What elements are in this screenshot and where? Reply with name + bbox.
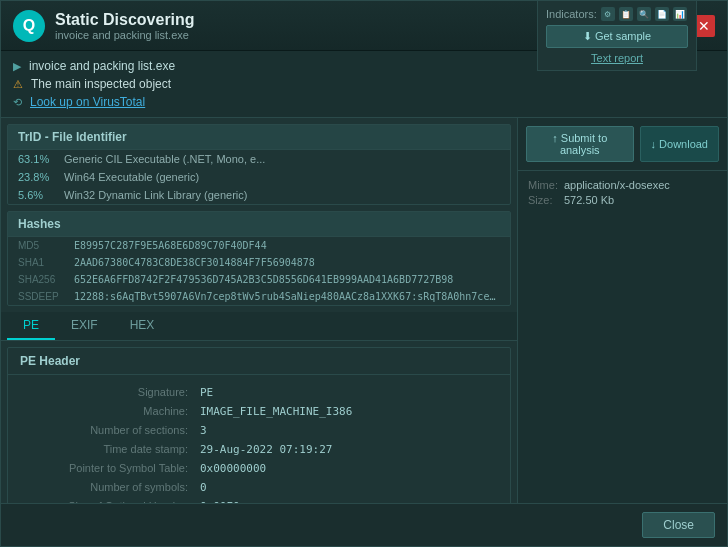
row1-prefix: ▶	[13, 60, 21, 73]
hash-label-sha1: SHA1	[18, 257, 68, 268]
trid-pct-1: 23.8%	[18, 171, 58, 183]
trid-desc-1: Win64 Executable (generic)	[64, 171, 199, 183]
title-bar: Q Static Discovering invoice and packing…	[1, 1, 727, 51]
indicator-icon-1: ⚙	[601, 7, 615, 21]
trid-pct-0: 63.1%	[18, 153, 58, 165]
virustotal-icon: ⟲	[13, 96, 22, 109]
trid-pct-2: 5.6%	[18, 189, 58, 201]
virustotal-link[interactable]: Look up on VirusTotal	[30, 95, 145, 109]
indicator-icon-4: 📄	[655, 7, 669, 21]
meta-mime-row: Mime: application/x-dosexec	[528, 179, 717, 191]
pe-field-num-symbols: Number of symbols: 0	[8, 478, 510, 497]
tab-pe[interactable]: PE	[7, 312, 55, 340]
hash-value-sha1: 2AAD67380C4783C8DE38CF3014884F7F56904878	[74, 257, 315, 268]
right-panel: ↑ Submit to analysis ↓ Download Mime: ap…	[517, 118, 727, 503]
pe-label-ptr-symbol: Pointer to Symbol Table:	[20, 462, 200, 475]
pe-header-title: PE Header	[8, 348, 510, 375]
filename-label: invoice and packing list.exe	[29, 59, 175, 73]
trid-row-1: 23.8% Win64 Executable (generic)	[8, 168, 510, 186]
indicator-icon-3: 🔍	[637, 7, 651, 21]
mime-label: Mime:	[528, 179, 558, 191]
action-buttons: ↑ Submit to analysis ↓ Download	[518, 118, 727, 171]
pe-field-ptr-symbol: Pointer to Symbol Table: 0x00000000	[8, 459, 510, 478]
indicators-label: Indicators:	[546, 8, 597, 20]
hash-row-sha1: SHA1 2AAD67380C4783C8DE38CF3014884F7F569…	[8, 254, 510, 271]
warning-icon: ⚠	[13, 78, 23, 91]
pe-header-box: PE Header Signature: PE Machine: IMAGE_F…	[7, 347, 511, 503]
pe-label-sections: Number of sections:	[20, 424, 200, 437]
get-sample-button[interactable]: ⬇ Get sample	[546, 25, 688, 48]
file-info-row-2: ⚠ The main inspected object	[13, 75, 715, 93]
indicators-row: Indicators: ⚙ 📋 🔍 📄 📊	[546, 7, 688, 21]
trid-section: TrID - File Identifier 63.1% Generic CIL…	[7, 124, 511, 205]
indicator-icon-5: 📊	[673, 7, 687, 21]
pe-value-num-symbols: 0	[200, 481, 207, 494]
trid-header: TrID - File Identifier	[8, 125, 510, 150]
text-report-link[interactable]: Text report	[546, 52, 688, 64]
hash-row-md5: MD5 E89957C287F9E5A68E6D89C70F40DF44	[8, 237, 510, 254]
pe-field-sections: Number of sections: 3	[8, 421, 510, 440]
trid-row-2: 5.6% Win32 Dynamic Link Library (generic…	[8, 186, 510, 204]
trid-desc-2: Win32 Dynamic Link Library (generic)	[64, 189, 247, 201]
pe-label-num-symbols: Number of symbols:	[20, 481, 200, 494]
hash-label-sha256: SHA256	[18, 274, 68, 285]
pe-field-timestamp: Time date stamp: 29-Aug-2022 07:19:27	[8, 440, 510, 459]
tabs-bar: PE EXIF HEX	[1, 312, 517, 341]
pe-content[interactable]: PE Header Signature: PE Machine: IMAGE_F…	[1, 341, 517, 503]
top-right-panel: Indicators: ⚙ 📋 🔍 📄 📊 ⬇ Get sample Text …	[537, 1, 697, 71]
bottom-bar: Close	[1, 503, 727, 546]
hash-row-sha256: SHA256 652E6A6FFD8742F2F479536D745A2B3C5…	[8, 271, 510, 288]
hash-label-ssdeep: SSDEEP	[18, 291, 68, 302]
pe-value-ptr-symbol: 0x00000000	[200, 462, 266, 475]
pe-field-signature: Signature: PE	[8, 383, 510, 402]
hashes-header: Hashes	[8, 212, 510, 237]
meta-size-row: Size: 572.50 Kb	[528, 194, 717, 206]
trid-desc-0: Generic CIL Executable (.NET, Mono, e...	[64, 153, 265, 165]
tab-hex[interactable]: HEX	[114, 312, 171, 340]
close-bottom-button[interactable]: Close	[642, 512, 715, 538]
hash-value-md5: E89957C287F9E5A68E6D89C70F40DF44	[74, 240, 267, 251]
left-panel: TrID - File Identifier 63.1% Generic CIL…	[1, 118, 517, 503]
hashes-section: Hashes MD5 E89957C287F9E5A68E6D89C70F40D…	[7, 211, 511, 306]
indicator-icon-2: 📋	[619, 7, 633, 21]
hash-value-sha256: 652E6A6FFD8742F2F479536D745A2B3C5D8556D6…	[74, 274, 453, 285]
hash-row-ssdeep: SSDEEP 12288:s6AqTBvt5907A6Vn7cep8tWv5ru…	[8, 288, 510, 305]
file-meta: Mime: application/x-dosexec Size: 572.50…	[518, 171, 727, 217]
pe-value-machine: IMAGE_FILE_MACHINE_I386	[200, 405, 352, 418]
size-value: 572.50 Kb	[564, 194, 614, 206]
mime-value: application/x-dosexec	[564, 179, 670, 191]
download-button[interactable]: ↓ Download	[640, 126, 719, 162]
content-area: TrID - File Identifier 63.1% Generic CIL…	[1, 118, 727, 503]
pe-fields: Signature: PE Machine: IMAGE_FILE_MACHIN…	[8, 375, 510, 503]
main-object-label: The main inspected object	[31, 77, 171, 91]
pe-label-machine: Machine:	[20, 405, 200, 418]
pe-label-signature: Signature:	[20, 386, 200, 399]
app-logo: Q	[13, 10, 45, 42]
pe-value-timestamp: 29-Aug-2022 07:19:27	[200, 443, 332, 456]
submit-analysis-button[interactable]: ↑ Submit to analysis	[526, 126, 634, 162]
file-info-row-3[interactable]: ⟲ Look up on VirusTotal	[13, 93, 715, 111]
tab-exif[interactable]: EXIF	[55, 312, 114, 340]
pe-value-sections: 3	[200, 424, 207, 437]
size-label: Size:	[528, 194, 558, 206]
hash-value-ssdeep: 12288:s6AqTBvt5907A6Vn7cep8tWv5rub4SaNie…	[74, 291, 500, 302]
hash-label-md5: MD5	[18, 240, 68, 251]
pe-label-timestamp: Time date stamp:	[20, 443, 200, 456]
trid-row-0: 63.1% Generic CIL Executable (.NET, Mono…	[8, 150, 510, 168]
main-window: Q Static Discovering invoice and packing…	[0, 0, 728, 547]
pe-field-machine: Machine: IMAGE_FILE_MACHINE_I386	[8, 402, 510, 421]
pe-value-signature: PE	[200, 386, 213, 399]
